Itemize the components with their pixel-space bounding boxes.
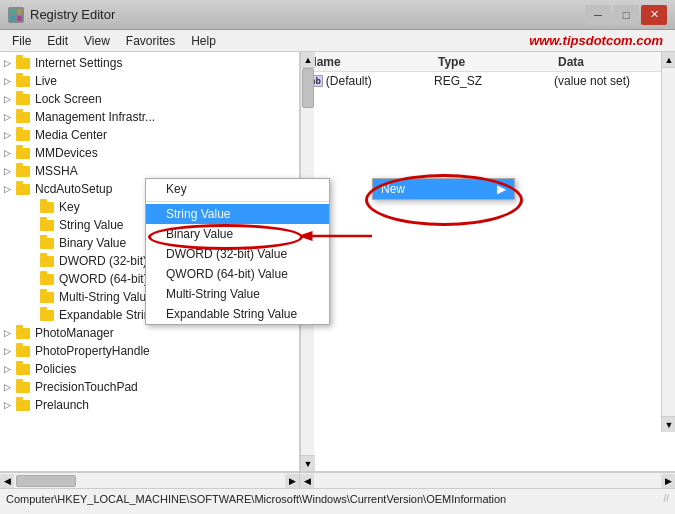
scroll-thumb[interactable] bbox=[302, 68, 314, 108]
folder-icon bbox=[40, 218, 56, 232]
tree-label: Prelaunch bbox=[35, 398, 89, 412]
tree-item-mmdevices[interactable]: ▷ MMDevices bbox=[0, 144, 299, 162]
ctx-separator bbox=[146, 201, 329, 202]
entry-type-cell: REG_SZ bbox=[430, 74, 550, 88]
h-scroll-thumb[interactable] bbox=[16, 475, 76, 487]
content-scrollbar[interactable]: ▲ ▼ bbox=[661, 52, 675, 432]
scroll-up-btn[interactable]: ▲ bbox=[662, 52, 675, 68]
tree-hscroll[interactable]: ◀ ▶ bbox=[0, 473, 300, 488]
tree-item-live[interactable]: ▷ Live bbox=[0, 72, 299, 90]
tree-item-management[interactable]: ▷ Management Infrastr... bbox=[0, 108, 299, 126]
ctx-item-multistring[interactable]: Multi-String Value bbox=[146, 284, 329, 304]
tree-label: PrecisionTouchPad bbox=[35, 380, 138, 394]
menu-bar: File Edit View Favorites Help www.tipsdo… bbox=[0, 30, 675, 52]
tree-label: Binary Value bbox=[59, 236, 126, 250]
svg-rect-1 bbox=[17, 9, 22, 14]
ctx-item-expandable-string[interactable]: Expandable String Value bbox=[146, 304, 329, 324]
scroll-right-btn[interactable]: ▶ bbox=[661, 474, 675, 488]
table-row[interactable]: ab (Default) REG_SZ (value not set) bbox=[300, 72, 675, 90]
status-bar: Computer\HKEY_LOCAL_MACHINE\SOFTWARE\Mic… bbox=[0, 488, 675, 508]
tree-label: PhotoPropertyHandle bbox=[35, 344, 150, 358]
tree-label: Media Center bbox=[35, 128, 107, 142]
scroll-left-btn[interactable]: ◀ bbox=[300, 474, 314, 488]
scroll-up-btn[interactable]: ▲ bbox=[301, 52, 315, 68]
tree-arrow: ▷ bbox=[4, 166, 16, 176]
column-name-header: Name bbox=[300, 55, 430, 69]
folder-icon bbox=[40, 272, 56, 286]
tree-label: Management Infrastr... bbox=[35, 110, 155, 124]
entry-data-cell: (value not set) bbox=[550, 74, 671, 88]
tree-item-prelaunch[interactable]: ▷ Prelaunch bbox=[0, 396, 299, 414]
tree-item-media-center[interactable]: ▷ Media Center bbox=[0, 126, 299, 144]
tree-label: PhotoManager bbox=[35, 326, 114, 340]
menu-file[interactable]: File bbox=[4, 32, 39, 50]
close-button[interactable]: ✕ bbox=[641, 5, 667, 25]
menu-view[interactable]: View bbox=[76, 32, 118, 50]
folder-icon bbox=[16, 74, 32, 88]
folder-icon bbox=[16, 362, 32, 376]
ctx-item-binary-value[interactable]: Binary Value bbox=[146, 224, 329, 244]
folder-icon bbox=[16, 128, 32, 142]
window-controls: ─ □ ✕ bbox=[585, 5, 667, 25]
menu-edit[interactable]: Edit bbox=[39, 32, 76, 50]
folder-icon bbox=[40, 308, 56, 322]
entry-name-cell: ab (Default) bbox=[304, 74, 430, 88]
h-scrollbar-row: ◀ ▶ ◀ ▶ bbox=[0, 472, 675, 488]
tree-arrow: ▷ bbox=[4, 76, 16, 86]
tree-label: Lock Screen bbox=[35, 92, 102, 106]
folder-icon bbox=[16, 92, 32, 106]
ctx-item-qword[interactable]: QWORD (64-bit) Value bbox=[146, 264, 329, 284]
tree-arrow: ▷ bbox=[4, 112, 16, 122]
menu-favorites[interactable]: Favorites bbox=[118, 32, 183, 50]
tree-arrow: ▷ bbox=[4, 328, 16, 338]
window-title: Registry Editor bbox=[30, 7, 115, 22]
registry-rows: ab (Default) REG_SZ (value not set) bbox=[300, 72, 675, 471]
scroll-left-btn[interactable]: ◀ bbox=[0, 474, 14, 488]
ctx-item-dword[interactable]: DWORD (32-bit) Value bbox=[146, 244, 329, 264]
folder-icon bbox=[16, 326, 32, 340]
folder-icon bbox=[40, 290, 56, 304]
resize-grip: // bbox=[663, 493, 669, 504]
tree-label: NcdAutoSetup bbox=[35, 182, 112, 196]
new-menu-arrow: ▶ bbox=[497, 182, 506, 196]
content-hscroll[interactable]: ◀ ▶ bbox=[300, 473, 675, 488]
tree-arrow: ▷ bbox=[4, 364, 16, 374]
menu-help[interactable]: Help bbox=[183, 32, 224, 50]
new-menu-item[interactable]: New ▶ bbox=[372, 178, 515, 200]
scroll-right-btn[interactable]: ▶ bbox=[285, 474, 299, 488]
folder-icon bbox=[16, 110, 32, 124]
ctx-item-key[interactable]: Key bbox=[146, 179, 329, 199]
tree-item-policies[interactable]: ▷ Policies bbox=[0, 360, 299, 378]
tree-label: Internet Settings bbox=[35, 56, 122, 70]
scroll-down-btn[interactable]: ▼ bbox=[662, 416, 675, 432]
tree-label: Key bbox=[59, 200, 80, 214]
context-menu: Key String Value Binary Value DWORD (32-… bbox=[145, 178, 330, 325]
status-path: Computer\HKEY_LOCAL_MACHINE\SOFTWARE\Mic… bbox=[6, 493, 506, 505]
tree-label: Multi-String Value bbox=[59, 290, 153, 304]
folder-icon bbox=[16, 146, 32, 160]
scroll-down-btn[interactable]: ▼ bbox=[301, 455, 315, 471]
title-bar-left: Registry Editor bbox=[8, 7, 115, 23]
svg-rect-3 bbox=[17, 16, 22, 21]
tree-arrow: ▷ bbox=[4, 94, 16, 104]
tree-item-internet-settings[interactable]: ▷ Internet Settings bbox=[0, 54, 299, 72]
column-type-header: Type bbox=[430, 55, 550, 69]
tree-item-photoproperty[interactable]: ▷ PhotoPropertyHandle bbox=[0, 342, 299, 360]
tree-item-photomanager[interactable]: ▷ PhotoManager bbox=[0, 324, 299, 342]
content-panel: Name Type Data ab (Default) REG_SZ (valu… bbox=[300, 52, 675, 471]
tree-item-lock-screen[interactable]: ▷ Lock Screen bbox=[0, 90, 299, 108]
tree-arrow: ▷ bbox=[4, 58, 16, 68]
new-menu-label: New bbox=[381, 182, 405, 196]
brand-text: www.tipsdotcom.com bbox=[529, 33, 663, 48]
folder-icon bbox=[16, 182, 32, 196]
column-headers: Name Type Data bbox=[300, 52, 675, 72]
maximize-button[interactable]: □ bbox=[613, 5, 639, 25]
main-area: ▷ Internet Settings ▷ Live ▷ Lock Screen… bbox=[0, 52, 675, 472]
folder-icon bbox=[40, 200, 56, 214]
folder-icon bbox=[40, 254, 56, 268]
tree-item-precisiontouchpad[interactable]: ▷ PrecisionTouchPad bbox=[0, 378, 299, 396]
tree-label: Live bbox=[35, 74, 57, 88]
minimize-button[interactable]: ─ bbox=[585, 5, 611, 25]
ctx-item-string-value[interactable]: String Value bbox=[146, 204, 329, 224]
tree-label: MMDevices bbox=[35, 146, 98, 160]
